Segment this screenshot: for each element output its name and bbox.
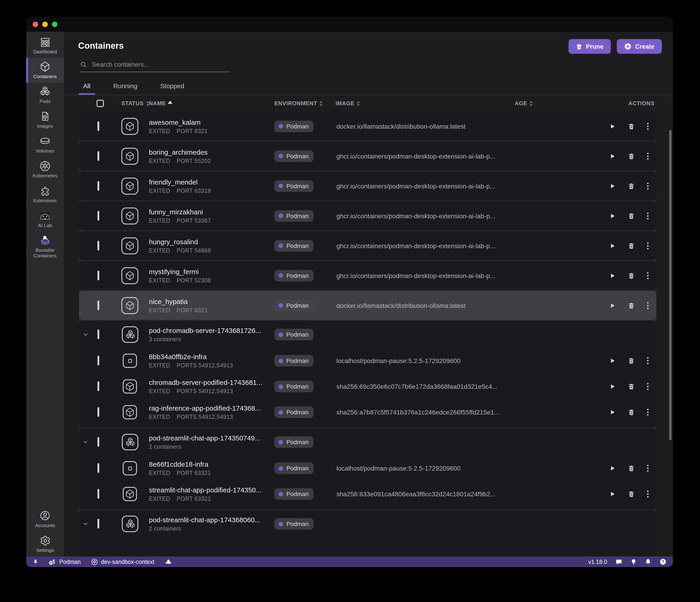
- more-actions-button[interactable]: [647, 211, 649, 220]
- bell-icon[interactable]: [645, 558, 651, 565]
- lightbulb-icon[interactable]: [631, 558, 636, 565]
- start-container-button[interactable]: [609, 272, 616, 279]
- delete-container-button[interactable]: [628, 272, 635, 279]
- more-actions-button[interactable]: [647, 464, 649, 472]
- select-all-checkbox[interactable]: [97, 100, 104, 107]
- container-row-8bb34a0ffb2e-infra[interactable]: 8bb34a0ffb2e-infra EXITEDPORTS 54912,549…: [79, 348, 656, 374]
- row-checkbox[interactable]: [97, 407, 99, 417]
- sidebar-item-containers[interactable]: Containers: [26, 58, 64, 83]
- container-row-friendly_mendel[interactable]: friendly_mendel EXITEDPORT 63319 Podmang…: [79, 171, 656, 200]
- sidebar-item-volumes[interactable]: Volumes: [26, 132, 64, 157]
- row-checkbox[interactable]: [97, 381, 99, 391]
- more-actions-button[interactable]: [647, 122, 649, 130]
- more-actions-button[interactable]: [647, 242, 649, 250]
- row-checkbox[interactable]: [97, 463, 99, 473]
- expand-chevron[interactable]: [82, 331, 89, 338]
- delete-container-button[interactable]: [628, 357, 635, 365]
- more-actions-button[interactable]: [647, 152, 649, 160]
- pod-row-pod-streamlit-chat-app-174368060[interactable]: pod-streamlit-chat-app-174368060... 2 co…: [79, 510, 656, 537]
- start-container-button[interactable]: [609, 152, 616, 160]
- row-checkbox[interactable]: [97, 519, 99, 528]
- row-checkbox[interactable]: [97, 151, 99, 160]
- feedback-icon[interactable]: [616, 558, 622, 565]
- row-checkbox[interactable]: [97, 271, 99, 280]
- start-container-button[interactable]: [609, 123, 616, 130]
- more-actions-button[interactable]: [647, 182, 649, 190]
- create-button[interactable]: Create: [617, 39, 662, 54]
- sidebar-item-extensions[interactable]: Extensions: [26, 182, 64, 207]
- container-row-hungry_rosalind[interactable]: hungry_rosalind EXITEDPORT 54868 Podmang…: [79, 231, 656, 260]
- more-actions-button[interactable]: [647, 271, 649, 280]
- pod-row-pod-chromadb-server-1743681726[interactable]: pod-chromadb-server-1743681726... 3 cont…: [79, 321, 656, 348]
- delete-container-button[interactable]: [628, 152, 635, 160]
- sidebar-item-kubernetes[interactable]: Kubernetes: [26, 157, 64, 182]
- row-checkbox[interactable]: [97, 356, 99, 365]
- more-actions-button[interactable]: [647, 301, 649, 309]
- delete-container-button[interactable]: [628, 408, 635, 416]
- column-header-environment[interactable]: ENVIRONMENT: [274, 100, 323, 107]
- expand-chevron[interactable]: [82, 521, 89, 527]
- delete-container-button[interactable]: [628, 242, 635, 249]
- sidebar-item-settings[interactable]: Settings: [26, 532, 64, 556]
- scrollbar[interactable]: [669, 130, 672, 440]
- container-row-boring_archimedes[interactable]: boring_archimedes EXITEDPORT 55202 Podma…: [79, 142, 656, 171]
- sidebar-item-images[interactable]: Images: [26, 107, 64, 132]
- pin-icon[interactable]: [33, 558, 38, 565]
- more-actions-button[interactable]: [647, 382, 649, 391]
- row-checkbox[interactable]: [97, 211, 99, 220]
- row-checkbox[interactable]: [97, 121, 99, 131]
- container-row-nice_hypatia[interactable]: nice_hypatia EXITEDPORT 8321 Podmandocke…: [79, 291, 656, 320]
- start-container-button[interactable]: [609, 465, 616, 472]
- container-row-awesome_kalam[interactable]: awesome_kalam EXITEDPORT 8321 Podmandock…: [79, 112, 656, 141]
- delete-container-button[interactable]: [628, 212, 635, 220]
- column-header-status[interactable]: STATUS: [121, 100, 150, 107]
- container-row-chromadb-server-podified-1743681[interactable]: chromadb-server-podified-1743681... EXIT…: [79, 374, 656, 399]
- pod-row-pod-streamlit-chat-app-174350749[interactable]: pod-streamlit-chat-app-174350749... 2 co…: [79, 429, 656, 455]
- row-checkbox[interactable]: [97, 241, 99, 250]
- tab-stopped[interactable]: Stopped: [158, 79, 186, 95]
- column-header-age[interactable]: AGE: [515, 100, 533, 107]
- start-container-button[interactable]: [609, 383, 616, 390]
- sidebar-item-accounts[interactable]: Accounts: [26, 507, 64, 532]
- row-checkbox[interactable]: [97, 437, 99, 447]
- delete-container-button[interactable]: [628, 490, 635, 498]
- start-container-button[interactable]: [609, 182, 616, 190]
- prune-button[interactable]: Prune: [568, 39, 611, 54]
- start-container-button[interactable]: [609, 408, 616, 416]
- sidebar-item-ai-lab[interactable]: AI Lab: [26, 207, 64, 232]
- delete-container-button[interactable]: [628, 182, 635, 190]
- delete-container-button[interactable]: [628, 302, 635, 309]
- container-row-funny_mirzakhani[interactable]: funny_mirzakhani EXITEDPORT 53367 Podman…: [79, 201, 656, 230]
- kube-context[interactable]: dev-sandbox-context: [91, 558, 154, 565]
- sidebar-item-pods[interactable]: Pods: [26, 83, 64, 107]
- column-header-name[interactable]: NAME: [149, 100, 172, 107]
- start-container-button[interactable]: [609, 302, 616, 309]
- expand-chevron[interactable]: [82, 439, 89, 445]
- search-input[interactable]: [91, 60, 230, 69]
- row-checkbox[interactable]: [97, 181, 99, 191]
- tab-running[interactable]: Running: [111, 79, 139, 95]
- minimize-button[interactable]: [42, 21, 48, 27]
- container-row-mystifying_fermi[interactable]: mystifying_fermi EXITEDPORT 52308 Podman…: [79, 261, 656, 290]
- column-header-image[interactable]: IMAGE: [335, 100, 360, 107]
- container-row-8e66f1cdde18-infra[interactable]: 8e66f1cdde18-infra EXITEDPORT 63321 Podm…: [79, 455, 656, 481]
- maximize-button[interactable]: [52, 21, 57, 27]
- sidebar-item-dashboard[interactable]: Dashboard: [26, 33, 64, 58]
- provider-status[interactable]: Podman: [48, 558, 81, 565]
- start-container-button[interactable]: [609, 242, 616, 249]
- start-container-button[interactable]: [609, 490, 616, 498]
- container-row-rag-inference-app-podified-174368[interactable]: rag-inference-app-podified-174368... EXI…: [79, 399, 656, 425]
- sidebar-item-bootable-containers[interactable]: Bootable Containers: [26, 232, 64, 262]
- more-actions-button[interactable]: [647, 408, 649, 416]
- tab-all[interactable]: All: [81, 79, 92, 95]
- row-checkbox[interactable]: [97, 489, 99, 499]
- hat-icon[interactable]: [164, 559, 172, 565]
- close-button[interactable]: [33, 21, 38, 27]
- more-actions-button[interactable]: [647, 357, 649, 365]
- start-container-button[interactable]: [609, 212, 616, 220]
- delete-container-button[interactable]: [628, 383, 635, 390]
- start-container-button[interactable]: [609, 357, 616, 365]
- row-checkbox[interactable]: [97, 300, 99, 310]
- row-checkbox[interactable]: [97, 329, 99, 339]
- delete-container-button[interactable]: [628, 465, 635, 472]
